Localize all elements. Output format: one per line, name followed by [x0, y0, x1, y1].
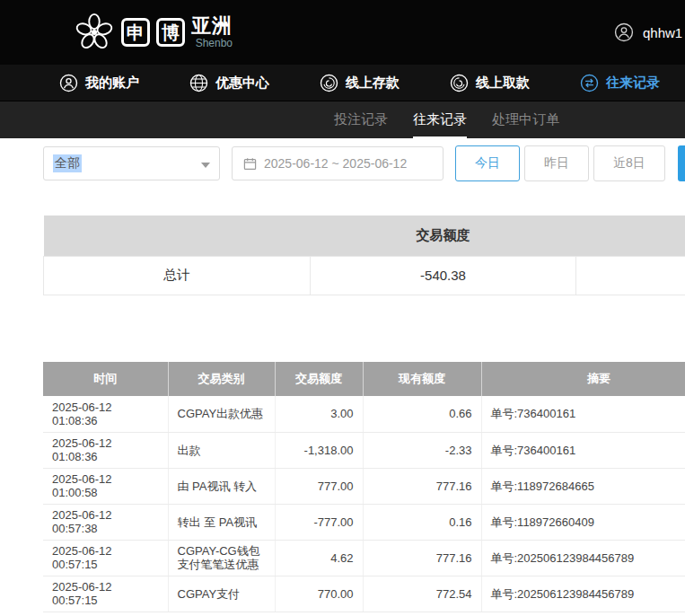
cell-amount: 4.62 [275, 540, 363, 576]
logo-region: 亚洲 Shenbo [191, 15, 233, 49]
username-label: qhhw1 [643, 25, 682, 40]
nav-item-transaction-records[interactable]: 往来记录 [580, 74, 660, 92]
cell-time: 2025-06-12 01:00:58 [43, 468, 168, 504]
nav-item-label: 我的账户 [85, 75, 139, 92]
user-avatar-icon [614, 22, 634, 42]
range-button-yesterday[interactable]: 昨日 [524, 145, 589, 181]
col-header-time: 时间 [43, 362, 168, 396]
cell-balance: -2.33 [363, 432, 481, 468]
top-header: 申 博 亚洲 Shenbo qhhw1 [0, 0, 685, 65]
cell-type: 出款 [168, 432, 275, 468]
cell-time: 2025-06-12 00:57:38 [43, 504, 168, 540]
brand-logo[interactable]: 申 博 亚洲 Shenbo [74, 12, 233, 53]
transactions-tbody: 2025-06-12 01:08:36CGPAY出款优惠3.000.66单号:7… [43, 396, 685, 612]
cell-amount: 770.00 [275, 576, 363, 612]
table-header-row: 时间 交易类别 交易额度 现有额度 摘要 [43, 362, 685, 396]
cell-type: CGPAY出款优惠 [168, 396, 275, 432]
nav-item-promotions[interactable]: 优惠中心 [189, 74, 269, 92]
withdraw-coin-icon [450, 74, 469, 92]
transactions-table: 时间 交易类别 交易额度 现有额度 摘要 2025-06-12 01:08:36… [43, 362, 685, 612]
summary-header: 交易额度 [44, 216, 685, 256]
col-header-type: 交易类别 [168, 362, 275, 396]
cell-summary: 单号:202506123984456789 [481, 540, 685, 576]
type-select[interactable]: 全部 [43, 146, 220, 180]
table-row: 2025-06-12 00:57:38转出 至 PA视讯-777.000.16单… [43, 504, 685, 540]
flower-logo-icon [74, 12, 115, 53]
tab-processing-orders[interactable]: 处理中订单 [492, 101, 559, 139]
nav-item-label: 优惠中心 [215, 75, 269, 92]
cell-balance: 777.16 [363, 540, 481, 576]
calendar-icon [243, 157, 257, 171]
logo-region-en: Shenbo [196, 37, 233, 49]
summary-total-label: 总计 [44, 256, 311, 295]
cell-time: 2025-06-12 00:57:15 [43, 540, 168, 576]
table-row: 2025-06-12 00:57:15CGPAY支付770.00772.54单号… [43, 576, 685, 612]
records-transfer-icon [580, 74, 599, 92]
deposit-coin-icon [320, 74, 338, 92]
cell-time: 2025-06-12 01:08:36 [43, 396, 168, 432]
summary-total-value: -540.38 [311, 256, 576, 295]
cell-summary: 单号:736400161 [481, 432, 685, 468]
tab-transaction-records[interactable]: 往来记录 [413, 101, 467, 139]
logo-char-box: 博 [156, 18, 185, 47]
search-button-partial[interactable] [678, 145, 685, 181]
cell-type: CGPAY-CG钱包支付笔笔送优惠 [168, 540, 275, 576]
table-row: 2025-06-12 01:08:36出款-1,318.00-2.33单号:73… [43, 432, 685, 468]
main-nav: 我的账户 优惠中心 线上存款 线上取款 [0, 65, 685, 101]
col-header-amount: 交易额度 [275, 362, 363, 396]
user-icon [59, 74, 78, 92]
sub-nav-items: 投注记录 往来记录 处理中订单 [334, 101, 559, 139]
nav-item-withdraw[interactable]: 线上取款 [450, 74, 530, 92]
nav-item-deposit[interactable]: 线上存款 [320, 74, 400, 92]
cell-summary: 单号:118972684665 [481, 468, 685, 504]
promo-globe-icon [189, 74, 208, 92]
cell-amount: -1,318.00 [275, 432, 363, 468]
cell-type: 转出 至 PA视讯 [168, 504, 275, 540]
cell-balance: 0.16 [363, 504, 481, 540]
logo-char-box: 申 [121, 18, 150, 47]
cell-balance: 777.16 [363, 468, 481, 504]
cell-balance: 772.54 [363, 576, 481, 612]
chevron-down-icon [201, 163, 210, 168]
date-range-input[interactable]: 2025-06-12 ~ 2025-06-12 [232, 146, 443, 180]
cell-balance: 0.66 [363, 396, 481, 432]
range-button-today[interactable]: 今日 [455, 145, 520, 181]
nav-item-my-account[interactable]: 我的账户 [59, 74, 139, 92]
nav-item-label: 往来记录 [606, 75, 660, 92]
cell-summary: 单号:118972660409 [481, 504, 685, 540]
filter-row: 全部 2025-06-12 ~ 2025-06-12 今日 昨日 近8日 [43, 145, 670, 181]
user-account-area[interactable]: qhhw1 [614, 0, 682, 65]
summary-row: 总计 -540.38 [44, 256, 685, 295]
cell-summary: 单号:736400161 [481, 396, 685, 432]
cell-time: 2025-06-12 01:08:36 [43, 432, 168, 468]
cell-summary: 单号:202506123984456789 [481, 576, 685, 612]
cell-amount: 3.00 [275, 396, 363, 432]
cell-amount: 777.00 [275, 468, 363, 504]
page: 申 博 亚洲 Shenbo qhhw1 我的账户 [0, 0, 685, 616]
logo-region-cn: 亚洲 [191, 15, 233, 37]
sub-nav: 投注记录 往来记录 处理中订单 [0, 101, 685, 138]
tab-betting-records[interactable]: 投注记录 [334, 101, 388, 139]
nav-item-label: 线上存款 [346, 75, 400, 92]
col-header-balance: 现有额度 [363, 362, 481, 396]
range-button-last8days[interactable]: 近8日 [593, 145, 665, 181]
table-row: 2025-06-12 01:00:58由 PA视讯 转入777.00777.16… [43, 468, 685, 504]
cell-type: 由 PA视讯 转入 [168, 468, 275, 504]
cell-type: CGPAY支付 [168, 576, 275, 612]
cell-amount: -777.00 [275, 504, 363, 540]
summary-empty-cell [576, 256, 685, 295]
cell-time: 2025-06-12 00:57:15 [43, 576, 168, 612]
summary-table: 交易额度 总计 -540.38 [43, 216, 685, 295]
col-header-summary: 摘要 [481, 362, 685, 396]
table-row: 2025-06-12 00:57:15CGPAY-CG钱包支付笔笔送优惠4.62… [43, 540, 685, 576]
date-range-value: 2025-06-12 ~ 2025-06-12 [264, 156, 407, 171]
nav-item-label: 线上取款 [476, 75, 530, 92]
type-select-value: 全部 [53, 154, 82, 172]
table-row: 2025-06-12 01:08:36CGPAY出款优惠3.000.66单号:7… [43, 396, 685, 432]
